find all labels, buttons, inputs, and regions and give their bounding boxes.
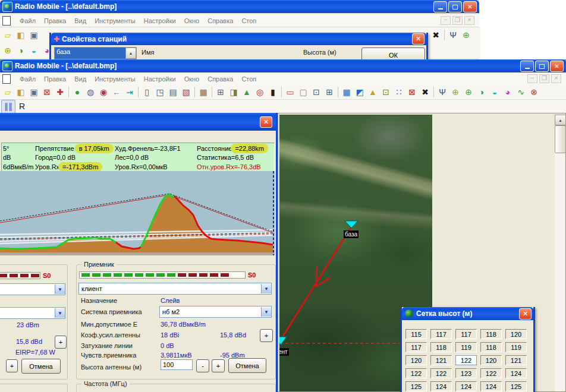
window1-titlebar[interactable]: Radio Mobile - [..\default.bmp] ✕: [0, 0, 479, 13]
menu-item-6[interactable]: Окно: [180, 74, 204, 84]
spectrum-ruler-icon[interactable]: ∥∥: [1, 100, 15, 113]
height-cell[interactable]: 123: [455, 368, 477, 378]
restore-button[interactable]: [448, 1, 462, 12]
mdi-minimize-button[interactable]: −: [527, 74, 537, 83]
tx-gain-plus-button[interactable]: +: [55, 336, 67, 349]
height-cell[interactable]: 122: [480, 368, 502, 378]
merge-center-icon[interactable]: ⊡: [310, 86, 323, 99]
mdi-restore-button[interactable]: ❐: [452, 16, 463, 25]
grayscale-icon[interactable]: ▮: [266, 86, 279, 99]
height-cell[interactable]: 117: [405, 342, 427, 352]
menu-item-2[interactable]: Правка: [40, 16, 70, 26]
height-cell[interactable]: 120: [505, 329, 527, 339]
terrain-export-icon[interactable]: ▲: [240, 86, 253, 99]
unit-yellow-icon[interactable]: ⊕: [1, 45, 14, 57]
height-cell[interactable]: 118: [480, 342, 502, 352]
menu-item-1[interactable]: Файл: [15, 16, 40, 26]
edit-stations-icon[interactable]: ⊗: [527, 86, 540, 99]
ruler-icon[interactable]: ▭: [284, 86, 297, 99]
copy-icon[interactable]: ⊞: [214, 86, 227, 99]
minimize-button[interactable]: [520, 61, 534, 72]
rx-system-combo[interactable]: нб м2▼: [159, 306, 272, 318]
new-picture-icon[interactable]: ▯: [140, 86, 153, 99]
height-cell[interactable]: 124: [430, 381, 452, 391]
globe-style-icon[interactable]: ◑: [475, 86, 488, 99]
add-station-icon[interactable]: ✚: [54, 86, 67, 99]
globe-network-icon[interactable]: ●: [71, 86, 84, 99]
menu-item-8[interactable]: Стоп: [237, 74, 260, 84]
export-picture-icon[interactable]: ◳: [153, 86, 166, 99]
restore-button[interactable]: [535, 61, 549, 72]
delete-region-icon[interactable]: ⊠: [405, 86, 419, 99]
height-grid-titlebar[interactable]: Сетка высот (м) ✕: [402, 307, 533, 320]
new-file-icon[interactable]: ▱: [1, 29, 14, 42]
minimize-button[interactable]: [433, 1, 447, 12]
expand-icon[interactable]: ✖: [429, 29, 442, 42]
tx-system-combo[interactable]: ▼: [0, 307, 65, 319]
open-file-icon[interactable]: ◧: [14, 86, 27, 99]
next-view-icon[interactable]: ⇥: [123, 86, 136, 99]
menu-item-3[interactable]: Вид: [70, 74, 90, 84]
height-cell[interactable]: 122: [455, 355, 477, 365]
height-cell[interactable]: 124: [480, 381, 502, 391]
menu-item-5[interactable]: Настройки: [140, 16, 180, 26]
unit-green-icon[interactable]: ⊕: [460, 29, 473, 42]
print-icon[interactable]: ▦: [197, 86, 210, 99]
height-cell[interactable]: 125: [505, 381, 527, 391]
tx-unit-combo[interactable]: ▼: [0, 283, 65, 295]
rx-antenna-height-input[interactable]: [161, 359, 193, 370]
menu-item-4[interactable]: Инструменты: [90, 74, 140, 84]
station-list-scroll-up[interactable]: ▲: [125, 48, 136, 59]
scroll-up-button[interactable]: ▲: [555, 115, 566, 125]
scrollbar-thumb[interactable]: [555, 125, 566, 153]
tx-cancel-button[interactable]: Отмена: [21, 359, 61, 374]
link-window-titlebar[interactable]: ✕: [0, 113, 276, 131]
unit-yellow-icon[interactable]: ⊕: [449, 86, 462, 99]
sphere-eye-icon[interactable]: ◕: [501, 86, 514, 99]
station-list[interactable]: база ▲: [54, 47, 137, 59]
height-cell[interactable]: 124: [505, 368, 527, 378]
elevation-sun-icon[interactable]: ▲: [366, 86, 379, 99]
base-marker-label[interactable]: база: [344, 230, 359, 238]
mdi-close-button[interactable]: ×: [464, 16, 474, 25]
rx-unit-combo[interactable]: клиент▼: [78, 283, 272, 295]
globe-search-icon[interactable]: ◉: [97, 86, 110, 99]
menu-item-3[interactable]: Вид: [70, 16, 90, 26]
height-grid-close-button[interactable]: ✕: [519, 308, 532, 320]
height-cell[interactable]: 115: [405, 329, 427, 339]
station-network-icon[interactable]: ⊠: [40, 86, 54, 99]
resize-page-icon[interactable]: ⊞: [323, 86, 336, 99]
unit-green-icon[interactable]: ⊕: [462, 86, 475, 99]
map-vertical-scrollbar[interactable]: ▲: [555, 115, 565, 391]
tx-height-plus-button[interactable]: +: [6, 359, 18, 372]
height-cell[interactable]: 118: [430, 342, 452, 352]
rx-height-plus-button[interactable]: +: [212, 359, 225, 372]
window2-titlebar[interactable]: Radio Mobile - [..\default.bmp] ✕: [0, 59, 566, 72]
height-cell[interactable]: 124: [455, 381, 477, 391]
client-marker-label[interactable]: ент: [279, 348, 289, 356]
stations-dialog-close-button[interactable]: ✕: [412, 33, 424, 45]
globe-style-icon[interactable]: ◑: [14, 45, 27, 57]
coverage-plot-icon[interactable]: ∿: [514, 86, 527, 99]
menu-item-2[interactable]: Правка: [40, 74, 70, 84]
expand-icon[interactable]: ✖: [419, 86, 432, 99]
record-icon[interactable]: R: [15, 100, 29, 113]
edit-picture-icon[interactable]: ◨: [227, 86, 240, 99]
new-file-icon[interactable]: ▱: [1, 86, 14, 99]
globe-save-icon[interactable]: ◍: [84, 86, 97, 99]
menu-item-1[interactable]: Файл: [15, 74, 40, 84]
picture-stations-icon[interactable]: ▧: [180, 86, 193, 99]
net-cylinder-icon[interactable]: ◒: [27, 45, 40, 57]
copy-window-icon[interactable]: ▣: [27, 29, 40, 42]
scatter-points-icon[interactable]: ∷: [392, 86, 405, 99]
rx-cancel-button[interactable]: Отмена: [228, 358, 266, 373]
height-cell[interactable]: 117: [455, 329, 477, 339]
crop-icon[interactable]: ▢: [297, 86, 310, 99]
height-cell[interactable]: 121: [505, 355, 527, 365]
mdi-restore-button[interactable]: ❐: [539, 74, 549, 83]
menu-item-4[interactable]: Инструменты: [90, 16, 140, 26]
height-cell[interactable]: 122: [430, 368, 452, 378]
height-cell[interactable]: 125: [405, 381, 427, 391]
copy-window-icon[interactable]: ▣: [27, 86, 40, 99]
antenna-links-icon[interactable]: Ψ: [446, 29, 460, 42]
